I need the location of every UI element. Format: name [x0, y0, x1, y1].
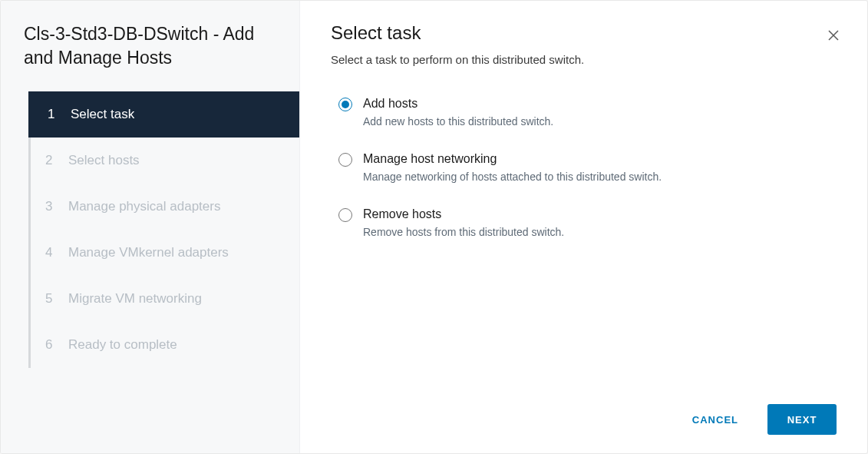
next-button[interactable]: NEXT [767, 404, 837, 435]
page-title: Select task [331, 22, 421, 44]
option-manage-host-networking[interactable]: Manage host networking Manage networking… [338, 152, 837, 183]
option-description: Manage networking of hosts attached to t… [363, 171, 662, 183]
step-label: Select hosts [68, 153, 140, 168]
wizard-modal: Cls-3-Std3-DB-DSwitch - Add and Manage H… [0, 0, 868, 454]
wizard-main: Select task Select a task to perform on … [300, 1, 867, 453]
page-subtitle: Select a task to perform on this distrib… [331, 53, 837, 66]
option-description: Remove hosts from this distributed switc… [363, 226, 564, 238]
task-options: Add hosts Add new hosts to this distribu… [331, 97, 837, 238]
step-label: Manage VMkernel adapters [68, 245, 229, 260]
cancel-button[interactable]: CANCEL [677, 404, 754, 435]
step-number: 4 [45, 245, 62, 260]
step-manage-vmkernel-adapters: 4 Manage VMkernel adapters [28, 230, 299, 276]
wizard-title: Cls-3-Std3-DB-DSwitch - Add and Manage H… [1, 22, 299, 88]
step-migrate-vm-networking: 5 Migrate VM networking [28, 276, 299, 322]
radio-icon [338, 153, 352, 167]
main-header: Select task [331, 22, 837, 53]
option-label: Remove hosts [363, 207, 564, 221]
step-manage-physical-adapters: 3 Manage physical adapters [28, 184, 299, 230]
wizard-footer: CANCEL NEXT [331, 389, 837, 453]
close-button[interactable] [824, 25, 843, 47]
step-select-hosts: 2 Select hosts [28, 138, 299, 184]
option-label: Manage host networking [363, 152, 662, 166]
option-description: Add new hosts to this distributed switch… [363, 115, 553, 128]
radio-icon [338, 208, 352, 222]
radio-icon [338, 98, 352, 111]
step-number: 6 [45, 337, 62, 353]
step-label: Select task [71, 107, 134, 122]
wizard-sidebar: Cls-3-Std3-DB-DSwitch - Add and Manage H… [1, 1, 300, 453]
step-number: 1 [48, 107, 64, 122]
step-number: 5 [45, 291, 62, 307]
option-label: Add hosts [363, 97, 553, 111]
step-label: Migrate VM networking [68, 291, 202, 307]
wizard-steps: 1 Select task 2 Select hosts 3 Manage ph… [28, 91, 299, 368]
step-number: 2 [45, 153, 62, 168]
close-icon [827, 29, 840, 41]
step-number: 3 [45, 199, 62, 214]
option-add-hosts[interactable]: Add hosts Add new hosts to this distribu… [338, 97, 837, 128]
step-label: Manage physical adapters [68, 199, 220, 214]
step-label: Ready to complete [68, 337, 177, 353]
step-select-task[interactable]: 1 Select task [28, 91, 299, 138]
step-ready-to-complete: 6 Ready to complete [28, 322, 299, 368]
option-remove-hosts[interactable]: Remove hosts Remove hosts from this dist… [338, 207, 837, 238]
